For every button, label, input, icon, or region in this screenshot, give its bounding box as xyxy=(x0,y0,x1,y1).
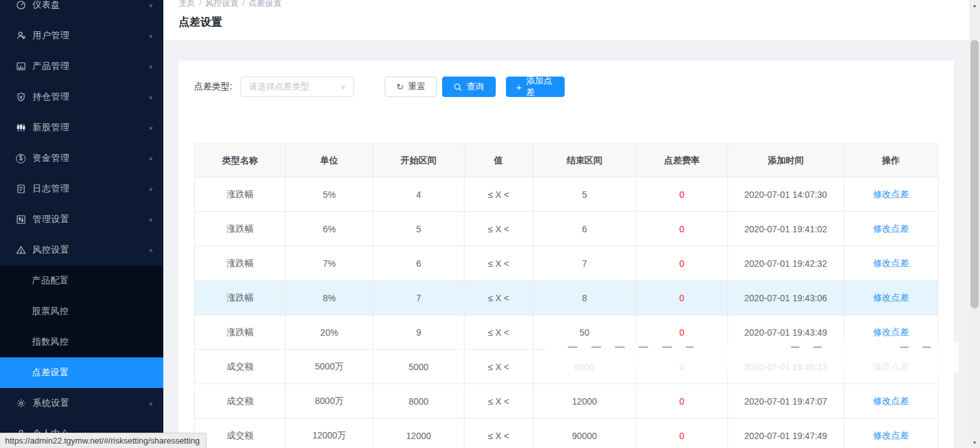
spread-type-label: 点差类型: xyxy=(194,81,232,93)
edit-spread-link[interactable]: 修改点差 xyxy=(873,189,909,199)
cell-end: 8000 xyxy=(533,350,636,384)
column-header: 开始区间 xyxy=(373,144,464,177)
edit-spread-link[interactable]: 修改点差 xyxy=(873,396,909,406)
edit-spread-link[interactable]: 修改点差 xyxy=(873,361,909,371)
cell-op: ≤ X < xyxy=(464,315,533,350)
cell-end: 8 xyxy=(533,281,636,315)
scroll-down-arrow[interactable]: ▼ xyxy=(969,437,980,448)
sidebar-subitem-产品配置[interactable]: 产品配置 xyxy=(0,265,163,296)
column-header: 结束区间 xyxy=(533,144,636,177)
breadcrumb-home[interactable]: 主页 xyxy=(179,0,195,8)
cell-op: ≤ X < xyxy=(464,384,533,419)
column-header: 类型名称 xyxy=(195,144,286,177)
cell-start: 9 xyxy=(373,315,464,350)
scrollbar-track[interactable]: ▲ ▼ xyxy=(969,0,980,448)
spread-type-select[interactable]: 请选择点差类型 ∨ xyxy=(241,77,354,97)
edit-spread-link[interactable]: 修改点差 xyxy=(873,258,909,268)
sidebar-item-label: 产品管理 xyxy=(33,61,149,72)
table-row: 涨跌幅20%9≤ X <5002020-07-01 19:43:49修改点差 xyxy=(195,315,939,350)
cell-unit: 6% xyxy=(286,212,373,246)
page-header: 主页/风控设置/点差设置 点差设置 xyxy=(163,0,969,40)
edit-spread-link[interactable]: 修改点差 xyxy=(873,223,909,234)
status-url-text: https://admin22.tgymw.net/#/risksetting/… xyxy=(5,436,200,445)
sidebar-item-label: 点差设置 xyxy=(32,367,153,378)
scroll-up-arrow[interactable]: ▲ xyxy=(969,0,980,11)
cell-fee: 0 xyxy=(636,384,727,419)
sidebar-item-日志管理[interactable]: 日志管理∨ xyxy=(0,174,163,204)
chevron-down-icon: ∨ xyxy=(149,33,153,39)
risk-submenu: 产品配置股票风控指数风控点差设置 xyxy=(0,265,163,388)
column-header: 点差费率 xyxy=(636,144,727,177)
edit-spread-link[interactable]: 修改点差 xyxy=(873,292,909,302)
sidebar-item-风控设置[interactable]: 风控设置∧ xyxy=(0,235,163,265)
breadcrumb-separator: / xyxy=(242,0,245,8)
sidebar-item-系统设置[interactable]: 系统设置∨ xyxy=(0,388,163,419)
cell-end: 12000 xyxy=(533,384,636,419)
products-icon xyxy=(15,61,26,72)
cell-action: 修改点差 xyxy=(843,281,938,315)
sidebar-item-label: 持仓管理 xyxy=(33,91,149,103)
cell-action: 修改点差 xyxy=(843,212,938,246)
cell-type: 涨跌幅 xyxy=(195,315,286,350)
sidebar-item-资金管理[interactable]: $资金管理∨ xyxy=(0,143,163,174)
sidebar-item-持仓管理[interactable]: 持仓管理∨ xyxy=(0,82,163,112)
cell-fee: 0 xyxy=(636,212,727,246)
reset-button[interactable]: ↻ 重置 xyxy=(385,77,437,97)
column-header: 添加时间 xyxy=(727,144,843,177)
chevron-down-icon: ∨ xyxy=(149,156,153,161)
scrollbar-thumb[interactable] xyxy=(970,40,979,308)
chevron-up-icon: ∧ xyxy=(149,248,153,253)
sidebar-item-新股管理[interactable]: 新股管理∨ xyxy=(0,112,163,143)
chevron-down-icon: ∨ xyxy=(149,94,153,100)
cell-type: 涨跌幅 xyxy=(195,212,286,246)
sidebar-item-label: 新股管理 xyxy=(33,122,149,133)
cell-action: 修改点差 xyxy=(843,177,938,212)
sidebar: 仪表盘∨用户管理∨产品管理∨持仓管理∨新股管理∨$资金管理∨日志管理∨管理设置∨… xyxy=(0,0,163,448)
sidebar-item-产品管理[interactable]: 产品管理∨ xyxy=(0,51,163,82)
sidebar-nav: 仪表盘∨用户管理∨产品管理∨持仓管理∨新股管理∨$资金管理∨日志管理∨管理设置∨… xyxy=(0,0,163,448)
cell-action: 修改点差 xyxy=(843,419,938,448)
content: 点差类型: 请选择点差类型 ∨ ↻ 重置 查询 xyxy=(163,40,969,448)
cell-type: 涨跌幅 xyxy=(195,246,286,281)
cell-action: 修改点差 xyxy=(843,384,938,419)
cell-start: 12000 xyxy=(373,419,464,448)
cell-type: 成交额 xyxy=(195,419,286,448)
search-button[interactable]: 查询 xyxy=(442,77,496,97)
chevron-down-icon: ∨ xyxy=(149,217,153,223)
edit-spread-link[interactable]: 修改点差 xyxy=(873,327,909,337)
breadcrumb-risk[interactable]: 风控设置 xyxy=(205,0,239,8)
sidebar-item-管理设置[interactable]: 管理设置∨ xyxy=(0,204,163,235)
sidebar-item-label: 产品配置 xyxy=(32,275,153,287)
card: 点差类型: 请选择点差类型 ∨ ↻ 重置 查询 xyxy=(179,61,954,448)
reload-icon: ↻ xyxy=(396,82,404,92)
manage-icon xyxy=(15,214,26,225)
sidebar-item-仪表盘[interactable]: 仪表盘∨ xyxy=(0,0,163,20)
add-spread-button[interactable]: + 添加点差 xyxy=(506,77,565,97)
column-header: 操作 xyxy=(843,144,938,177)
plus-icon: + xyxy=(516,82,522,93)
cell-time: 2020-07-01 19:43:06 xyxy=(727,281,843,315)
cell-action: 修改点差 xyxy=(843,315,938,350)
cell-type: 涨跌幅 xyxy=(195,281,286,315)
sidebar-subitem-点差设置[interactable]: 点差设置 xyxy=(0,357,163,388)
cell-start: 5 xyxy=(373,212,464,246)
edit-spread-link[interactable]: 修改点差 xyxy=(873,430,909,440)
cell-op: ≤ X < xyxy=(464,177,533,212)
risk-icon xyxy=(15,245,26,256)
cell-op: ≤ X < xyxy=(464,212,533,246)
cell-start: 7 xyxy=(373,281,464,315)
app-window: 仪表盘∨用户管理∨产品管理∨持仓管理∨新股管理∨$资金管理∨日志管理∨管理设置∨… xyxy=(0,0,980,448)
page-title: 点差设置 xyxy=(179,15,954,29)
sidebar-subitem-股票风控[interactable]: 股票风控 xyxy=(0,296,163,327)
cell-fee: 0 xyxy=(636,419,727,448)
cell-end: 6 xyxy=(533,212,636,246)
cell-start: 5000 xyxy=(373,350,464,384)
sidebar-subitem-指数风控[interactable]: 指数风控 xyxy=(0,327,163,357)
cell-end: 7 xyxy=(533,246,636,281)
users-icon xyxy=(15,31,26,41)
sidebar-item-用户管理[interactable]: 用户管理∨ xyxy=(0,20,163,51)
cell-action: 修改点差 xyxy=(843,350,938,384)
chevron-down-icon: ∨ xyxy=(341,84,346,90)
sidebar-item-label: 指数风控 xyxy=(32,336,153,348)
select-placeholder: 请选择点差类型 xyxy=(249,81,309,93)
